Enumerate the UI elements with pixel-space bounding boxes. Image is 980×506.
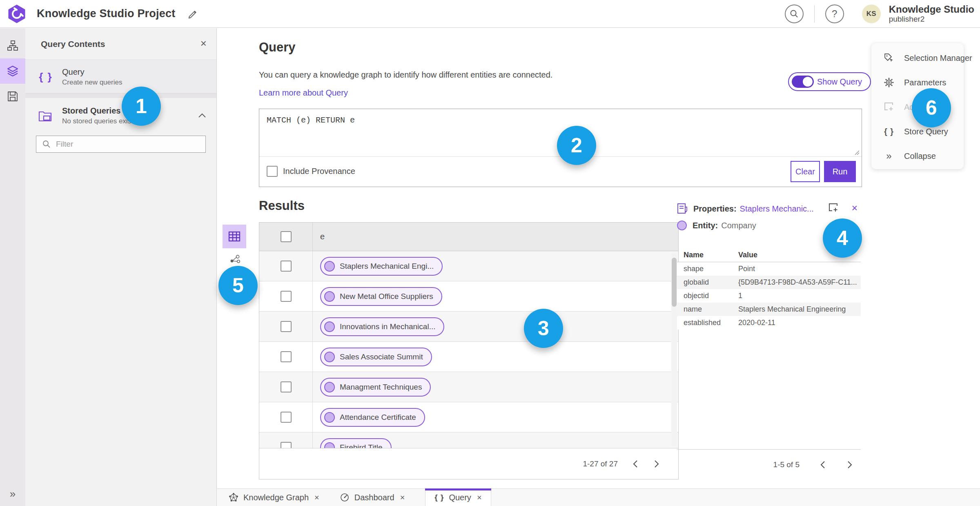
close-tab-icon[interactable]: × <box>477 493 482 502</box>
properties-header: Properties: Staplers Mechanic... × <box>677 202 861 216</box>
query-contents-panel: Query Contents × { } Query Create new qu… <box>25 28 217 506</box>
results-next-page-button[interactable] <box>651 457 662 470</box>
clear-button[interactable]: Clear <box>791 161 820 182</box>
show-query-toggle[interactable]: Show Query <box>788 72 871 91</box>
property-row: established 2020-02-11 <box>677 316 861 330</box>
header-divider <box>814 5 815 22</box>
entity-dot-icon <box>324 412 335 423</box>
row-checkbox[interactable] <box>281 291 292 302</box>
results-title: Results <box>259 198 305 213</box>
table-row[interactable]: New Metal Office Suppliers <box>259 281 678 312</box>
table-row[interactable]: Attendance Certificate <box>259 402 678 432</box>
entity-pill[interactable]: Innovations in Mechanical... <box>320 317 444 336</box>
resize-handle-icon[interactable] <box>853 149 860 156</box>
results-table-header: e <box>259 223 678 251</box>
menu-item-collapse[interactable]: » Collapse <box>871 144 964 168</box>
contents-title: Query Contents <box>41 39 105 49</box>
stored-queries-description: No stored queries exist <box>62 117 133 125</box>
link-chart-view-button[interactable] <box>227 252 243 268</box>
results-scrollbar[interactable] <box>671 253 677 446</box>
entity-pill[interactable]: New Metal Office Suppliers <box>320 287 442 306</box>
sidebar-item-save[interactable] <box>0 84 25 109</box>
learn-more-link[interactable]: Learn more about Query <box>259 88 348 98</box>
menu-item-selection-manager[interactable]: Selection Manager <box>871 46 964 70</box>
user-role: publisher2 <box>889 15 974 24</box>
annotation-badge-1: 1 <box>122 87 161 126</box>
property-value: 1 <box>738 292 742 300</box>
column-header-name: Name <box>677 251 738 259</box>
sidebar-item-contents[interactable] <box>0 58 25 84</box>
results-table: e Staplers Mechanical Engi... New Metal … <box>259 222 679 479</box>
chevron-up-icon <box>198 113 207 118</box>
entity-pill-label: Attendance Certificate <box>340 413 416 422</box>
contents-item-query[interactable]: { } Query Create new queries <box>25 60 216 94</box>
properties-entity-name[interactable]: Staplers Mechanic... <box>740 204 814 214</box>
data-model-icon <box>7 40 18 51</box>
editor-footer: Include Provenance Clear Run <box>259 156 862 187</box>
entity-dot-icon <box>324 261 335 272</box>
menu-item-parameters[interactable]: Parameters <box>871 70 964 95</box>
header-actions: ? KS Knowledge Studio publisher2 <box>785 4 980 24</box>
property-value: Point <box>738 265 755 273</box>
entity-dot-icon <box>324 291 335 302</box>
top-header: Knowledge Studio Project ? KS Knowledge … <box>0 0 980 28</box>
menu-item-store-query[interactable]: { } Store Query <box>871 119 964 144</box>
search-button[interactable] <box>785 4 804 23</box>
table-view-button[interactable] <box>223 225 246 248</box>
braces-icon: { } <box>884 127 894 136</box>
close-tab-icon[interactable]: × <box>400 493 405 502</box>
chevron-left-icon <box>633 460 638 468</box>
results-prev-page-button[interactable] <box>630 457 641 470</box>
select-all-checkbox[interactable] <box>281 231 292 242</box>
property-name: shape <box>677 265 738 273</box>
table-row[interactable]: Managment Techniques <box>259 372 678 402</box>
property-name: objectid <box>677 292 738 300</box>
row-checkbox[interactable] <box>281 261 292 272</box>
property-row: shape Point <box>677 262 861 276</box>
query-item-label: Query <box>62 67 122 77</box>
tab-knowledge-graph[interactable]: Knowledge Graph × <box>220 489 328 506</box>
contents-item-stored-queries[interactable]: Stored Queries No stored queries exist <box>25 98 216 133</box>
column-header-e[interactable]: e <box>312 223 678 251</box>
properties-prev-page-button[interactable] <box>817 458 828 471</box>
user-info: Knowledge Studio publisher2 <box>889 4 974 24</box>
entity-pill[interactable]: Sales Associate Summit <box>320 348 432 366</box>
tab-query[interactable]: { } Query × <box>425 489 491 506</box>
collapse-section-button[interactable] <box>198 113 207 118</box>
knowledge-studio-app: Knowledge Studio Project ? KS Knowledge … <box>0 0 980 506</box>
entity-pill[interactable]: Managment Techniques <box>320 378 431 397</box>
row-checkbox[interactable] <box>281 442 292 448</box>
entity-pill[interactable]: Firebird Title <box>320 438 392 449</box>
table-row[interactable]: Innovations in Mechanical... <box>259 312 678 342</box>
help-button[interactable]: ? <box>825 4 844 23</box>
include-provenance-checkbox[interactable] <box>267 166 278 177</box>
braces-icon: { } <box>39 71 52 83</box>
add-to-selection-button[interactable] <box>828 203 839 213</box>
table-row[interactable]: Firebird Title <box>259 432 678 448</box>
row-checkbox[interactable] <box>281 351 292 362</box>
expand-strip-button[interactable]: » <box>0 488 25 500</box>
row-checkbox[interactable] <box>281 412 292 423</box>
close-properties-icon[interactable]: × <box>851 202 858 214</box>
close-icon[interactable]: × <box>200 38 207 49</box>
table-row[interactable]: Staplers Mechanical Engi... <box>259 251 678 281</box>
properties-next-page-button[interactable] <box>844 458 855 471</box>
entity-pill[interactable]: Attendance Certificate <box>320 408 425 427</box>
edit-title-pencil-icon[interactable] <box>187 8 199 20</box>
entity-pill-label: Sales Associate Summit <box>340 352 423 361</box>
avatar[interactable]: KS <box>862 4 881 23</box>
menu-label: Selection Manager <box>904 53 972 63</box>
app-logo-icon[interactable] <box>7 4 26 23</box>
double-chevron-right-icon: » <box>10 488 16 500</box>
row-checkbox[interactable] <box>281 381 292 392</box>
row-checkbox[interactable] <box>281 321 292 332</box>
sidebar-item-data-model[interactable] <box>0 33 25 58</box>
entity-pill[interactable]: Staplers Mechanical Engi... <box>320 257 443 276</box>
table-row[interactable]: Sales Associate Summit <box>259 342 678 372</box>
run-button[interactable]: Run <box>824 161 856 182</box>
close-tab-icon[interactable]: × <box>314 493 319 502</box>
filter-input[interactable] <box>56 140 205 149</box>
tab-dashboard[interactable]: Dashboard × <box>331 489 414 506</box>
results-pagination-text: 1-27 of 27 <box>583 459 618 468</box>
scrollbar-thumb[interactable] <box>672 258 677 307</box>
